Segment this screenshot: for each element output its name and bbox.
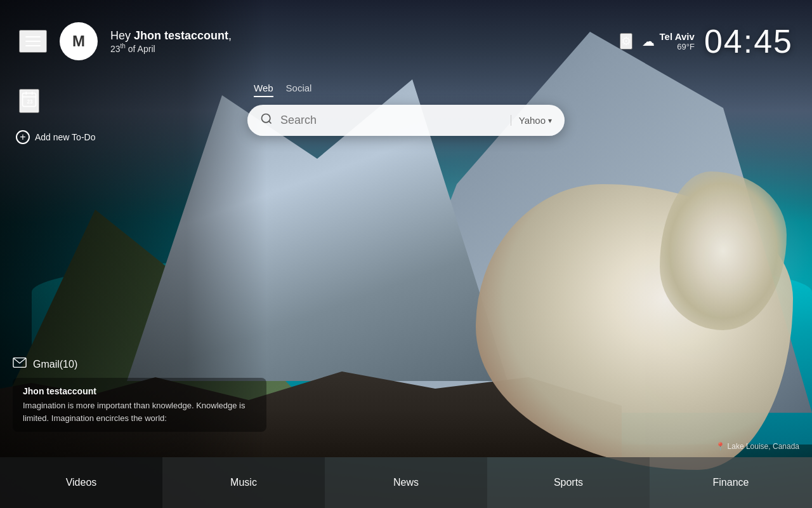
add-todo-label: Add new To-Do xyxy=(35,132,95,142)
weather-clock-area: ⚙ ☁ Tel Aviv 69°F 04:45 xyxy=(620,22,793,60)
calendar-button[interactable]: 23 xyxy=(19,89,39,113)
avatar[interactable]: M xyxy=(60,22,98,60)
add-todo-icon: + xyxy=(16,130,30,144)
nav-music[interactable]: Music xyxy=(162,457,325,508)
date-suffix: th xyxy=(121,43,126,50)
temperature: 69°F xyxy=(677,42,695,51)
hamburger-line-2 xyxy=(25,41,41,42)
gmail-section: Gmail(10) Jhon testaccount Imagination i… xyxy=(13,357,266,432)
nav-videos[interactable]: Videos xyxy=(0,457,162,508)
svg-point-5 xyxy=(262,114,270,123)
settings-icon: ⚙ xyxy=(621,35,631,48)
weather-info: ☁ Tel Aviv 69°F xyxy=(642,31,695,51)
weather-icon: ☁ xyxy=(642,34,655,49)
hamburger-line-3 xyxy=(25,45,41,46)
hamburger-line-1 xyxy=(25,36,41,37)
bottom-nav: Videos Music News Sports Finance xyxy=(0,457,812,508)
nav-sports[interactable]: Sports xyxy=(487,457,650,508)
mail-icon xyxy=(13,357,27,371)
gmail-body: Imagination is more important than knowl… xyxy=(23,399,256,424)
search-provider-selector[interactable]: Yahoo ▾ xyxy=(511,115,552,126)
greeting-prefix: Hey xyxy=(110,29,134,42)
ui-layer: M Hey Jhon testaccount, 23th of April ⚙ … xyxy=(0,0,812,508)
location-text: Lake Louise, Canada xyxy=(728,442,799,451)
chevron-down-icon: ▾ xyxy=(548,116,552,125)
sidebar-icons: 23 xyxy=(19,89,39,113)
city-name: Tel Aviv xyxy=(660,31,695,42)
tab-social[interactable]: Social xyxy=(286,83,312,97)
user-name: Jhon testaccount xyxy=(134,29,228,42)
tab-web[interactable]: Web xyxy=(254,83,273,97)
svg-line-6 xyxy=(269,121,272,124)
date-month: of April xyxy=(128,43,155,53)
settings-button[interactable]: ⚙ xyxy=(620,33,632,50)
header: M Hey Jhon testaccount, 23th of April ⚙ … xyxy=(0,0,812,83)
provider-label: Yahoo xyxy=(519,115,546,126)
search-bar: Yahoo ▾ xyxy=(247,105,565,136)
location-credit: 📍 Lake Louise, Canada xyxy=(716,442,799,451)
gmail-preview[interactable]: Jhon testaccount Imagination is more imp… xyxy=(13,378,266,432)
hamburger-button[interactable] xyxy=(19,30,47,53)
avatar-initial: M xyxy=(72,32,85,50)
pin-icon: 📍 xyxy=(716,442,725,451)
date-day: 23 xyxy=(110,43,121,53)
city-temp: Tel Aviv 69°F xyxy=(660,31,695,51)
search-tabs: Web Social xyxy=(247,83,565,97)
clock-display: 04:45 xyxy=(704,22,793,60)
greeting-line1: Hey Jhon testaccount, xyxy=(110,29,352,43)
gmail-sender: Jhon testaccount xyxy=(23,386,96,396)
svg-text:23: 23 xyxy=(27,99,34,105)
greeting-area: Hey Jhon testaccount, 23th of April xyxy=(110,29,352,54)
gmail-header: Gmail(10) xyxy=(13,357,266,371)
greeting-date: 23th of April xyxy=(110,43,352,54)
nav-finance[interactable]: Finance xyxy=(650,457,812,508)
search-icon xyxy=(260,112,273,128)
search-container: Web Social Yahoo ▾ xyxy=(247,83,565,136)
gmail-title[interactable]: Gmail(10) xyxy=(33,359,77,370)
nav-news[interactable]: News xyxy=(325,457,487,508)
add-todo-button[interactable]: + Add new To-Do xyxy=(13,127,98,147)
search-input[interactable] xyxy=(280,114,503,127)
